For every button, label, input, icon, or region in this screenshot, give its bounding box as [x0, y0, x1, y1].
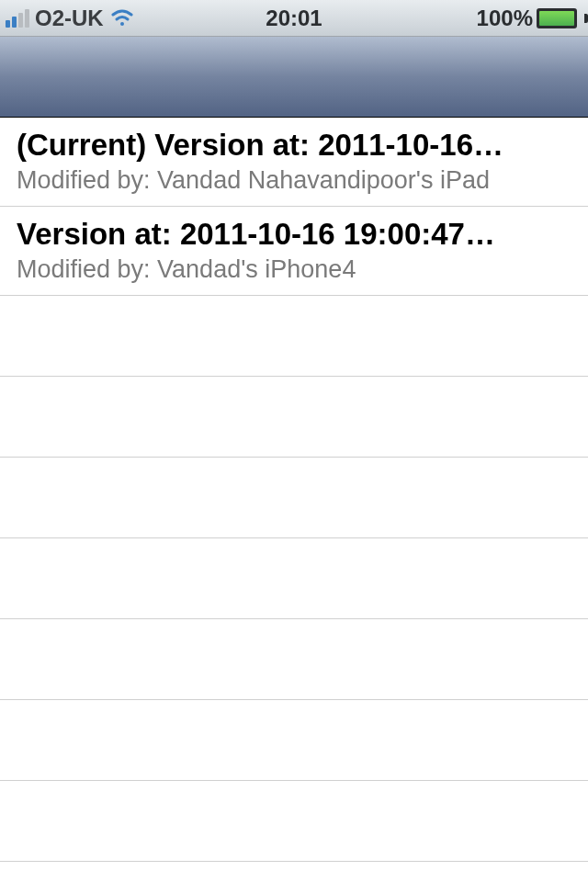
status-left: O2-UK [6, 6, 135, 31]
table-row[interactable]: (Current) Version at: 2011-10-16… Modifi… [0, 118, 588, 207]
table-row-empty [0, 296, 588, 377]
battery-icon [537, 8, 582, 28]
wifi-icon [109, 9, 135, 28]
table-row-empty [0, 700, 588, 781]
version-title: (Current) Version at: 2011-10-16… [17, 127, 571, 164]
table-view[interactable]: (Current) Version at: 2011-10-16… Modifi… [0, 118, 588, 862]
table-row[interactable]: Version at: 2011-10-16 19:00:47… Modifie… [0, 207, 588, 296]
table-row-empty [0, 538, 588, 619]
battery-percent-label: 100% [477, 6, 533, 31]
table-row-empty [0, 377, 588, 458]
table-row-empty [0, 619, 588, 700]
table-row-empty [0, 458, 588, 538]
status-right: 100% [477, 6, 582, 31]
table-row-empty [0, 781, 588, 862]
carrier-label: O2-UK [35, 6, 104, 31]
navigation-bar [0, 37, 588, 118]
status-bar: O2-UK 20:01 100% [0, 0, 588, 37]
version-subtitle: Modified by: Vandad's iPhone4 [17, 254, 571, 284]
version-subtitle: Modified by: Vandad Nahavandipoor's iPad [17, 165, 571, 195]
status-time: 20:01 [266, 6, 322, 31]
signal-strength-icon [6, 9, 29, 28]
version-title: Version at: 2011-10-16 19:00:47… [17, 216, 571, 253]
